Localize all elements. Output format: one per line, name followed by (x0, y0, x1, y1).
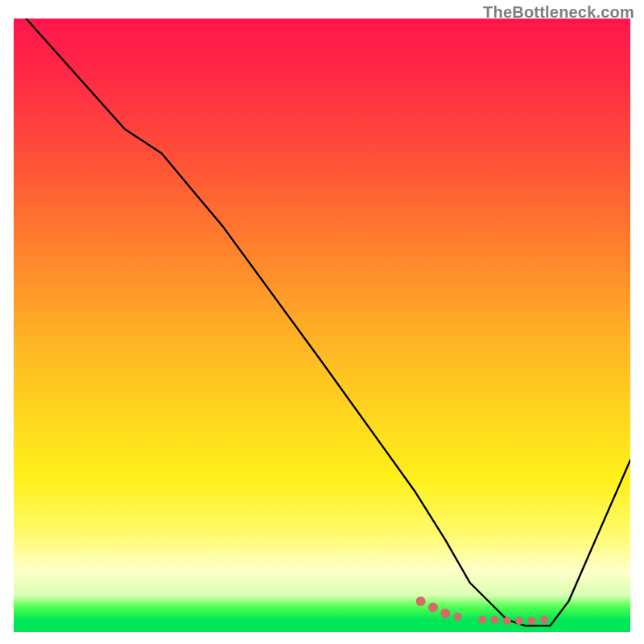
highlight-dot (478, 616, 486, 624)
highlight-dot (515, 617, 523, 625)
highlight-dot (503, 617, 511, 625)
highlight-dot (454, 613, 462, 621)
curve-path (26, 19, 630, 625)
chart-container: TheBottleneck.com (0, 0, 644, 644)
highlight-dot (491, 616, 499, 624)
highlight-dot (440, 609, 450, 618)
highlight-dot (416, 597, 426, 606)
highlight-dot (540, 616, 548, 624)
plot-area (14, 19, 630, 632)
watermark-text: TheBottleneck.com (483, 3, 634, 22)
highlight-dots (416, 597, 548, 625)
highlight-dot (527, 617, 535, 625)
highlight-dot (428, 603, 438, 613)
chart-overlay-svg (14, 19, 630, 632)
